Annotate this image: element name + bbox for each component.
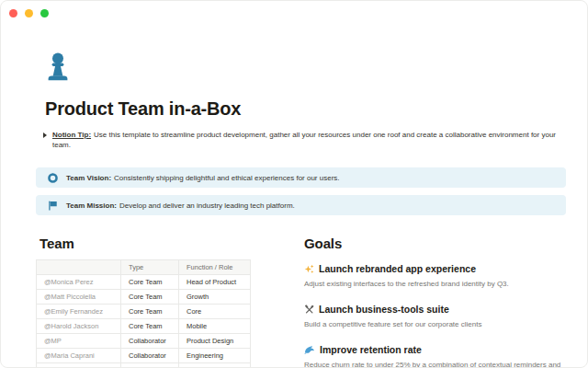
sparkles-icon [304,264,314,274]
goal-title: Improve retention rate [320,344,422,355]
window-controls [1,1,587,17]
team-vision-label: Team Vision: [66,174,111,182]
page-title: Product Team in-a-Box [45,98,566,120]
team-mission-callout: Team Mission:Develop and deliver an indu… [36,195,566,215]
member-type: Core Team [121,305,179,319]
team-table: Type Function / Role @Monica Perez Core … [36,259,251,368]
member-type: Core Team [121,290,179,305]
member-role: Core [179,305,251,319]
member-role: Data Analytics [179,363,251,368]
goal-description: Reduce churn rate to under 25% by a comb… [304,359,566,368]
member-mention[interactable]: @Maria Caprani [37,349,121,363]
callout-text: Team Vision:Consistently shipping deligh… [66,173,340,183]
pawn-icon[interactable] [47,52,69,85]
table-row: @Matt Piccolella Core Team Growth [37,290,251,305]
column-header-type[interactable]: Type [121,260,179,275]
notion-tip-text: Notion Tip:Use this template to streamli… [52,130,566,150]
member-type: Collaborator [121,334,179,349]
column-header-member [37,260,121,275]
member-type: Core Team [121,275,179,290]
goal-title-row: Improve retention rate [304,344,566,355]
minimize-button[interactable] [25,9,33,17]
goal-title-row: Launch rebranded app experience [304,263,566,274]
notion-tip-toggle: Notion Tip:Use this template to streamli… [41,130,566,150]
member-role: Product Design [179,334,251,349]
table-row: @Emily Fernandez Core Team Core [37,305,251,319]
goal-description: Adjust existing interfaces to the refres… [304,278,566,290]
team-section: Team Type Function / Role @Monica Perez [36,236,250,368]
flag-icon [48,201,58,211]
team-heading: Team [40,236,250,251]
table-row: @MP Collaborator Product Design [37,334,251,349]
table-row: @Monica Perez Core Team Head of Product [37,275,251,290]
member-type: Collaborator [121,349,179,363]
page-content: Product Team in-a-Box Notion Tip:Use thi… [1,52,587,368]
goal-title: Launch business-tools suite [319,304,449,315]
goal-item: Launch business-tools suite Build a comp… [304,304,566,330]
table-row: @Maria Caprani Collaborator Engineering [37,349,251,363]
member-mention[interactable]: @Emily Fernandez [37,305,121,319]
member-mention[interactable]: @MP [37,334,121,349]
member-type: Collaborator [121,363,179,368]
notion-tip-body: Use this template to streamline product … [52,131,556,149]
member-mention[interactable]: @Matt Piccolella [37,290,121,305]
table-row: @Esteban Balderas Collaborator Data Anal… [37,363,251,368]
goals-heading: Goals [304,236,566,251]
team-vision-callout: Team Vision:Consistently shipping deligh… [36,167,566,188]
member-type: Core Team [121,319,179,334]
member-mention[interactable]: @Monica Perez [37,275,121,290]
goal-title: Launch rebranded app experience [319,263,476,274]
app-window: Product Team in-a-Box Notion Tip:Use thi… [0,0,588,368]
table-header-row: Type Function / Role [37,260,251,275]
zoom-button[interactable] [40,9,49,17]
goals-section: Goals Launch rebranded app experience A [304,236,566,368]
member-role: Engineering [179,349,251,363]
toggle-arrow-icon[interactable] [43,132,47,138]
member-role: Mobile [179,319,251,334]
member-mention[interactable]: @Esteban Balderas [37,363,121,368]
two-column-layout: Team Type Function / Role @Monica Perez [36,236,566,368]
hammer-wrench-icon [304,305,314,315]
dolphin-icon [304,345,315,354]
member-role: Growth [179,290,251,305]
close-button[interactable] [9,9,17,17]
notion-tip-label: Notion Tip: [52,131,91,139]
callout-text: Team Mission:Develop and deliver an indu… [66,201,295,211]
team-mission-body: Develop and deliver an industry leading … [119,201,295,210]
column-header-role[interactable]: Function / Role [179,260,251,275]
goal-item: Launch rebranded app experience Adjust e… [304,263,566,290]
goal-title-row: Launch business-tools suite [304,304,566,315]
goal-description: Build a competitive feature set for our … [304,318,566,330]
team-vision-body: Consistently shipping delightful and eth… [114,174,339,182]
member-role: Head of Product [179,275,251,290]
team-mission-label: Team Mission: [66,201,117,210]
goal-item: Improve retention rate Reduce churn rate… [304,344,566,368]
gear-icon [48,173,58,183]
member-mention[interactable]: @Harold Jackson [37,319,121,334]
table-row: @Harold Jackson Core Team Mobile [37,319,251,334]
